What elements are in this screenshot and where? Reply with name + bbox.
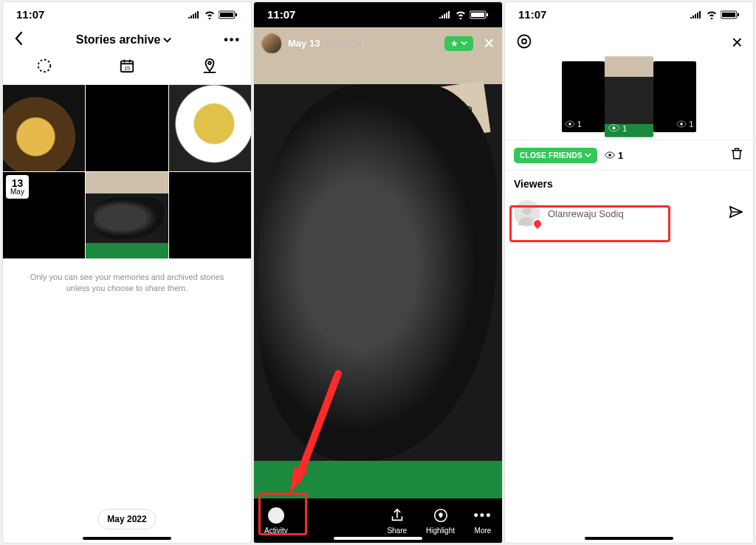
close-button[interactable]: × — [484, 32, 495, 55]
archive-title-dropdown[interactable]: Stories archive — [76, 33, 172, 47]
share-button[interactable]: Share — [387, 507, 407, 535]
status-indicators — [439, 10, 489, 19]
svg-rect-9 — [487, 13, 488, 16]
story-thumb-active[interactable]: 1 — [605, 56, 653, 137]
back-button[interactable] — [13, 31, 24, 49]
story-media[interactable]: SLID — [254, 27, 502, 498]
chevron-down-icon — [163, 36, 171, 44]
home-indicator[interactable] — [334, 537, 422, 540]
send-icon — [728, 204, 744, 220]
svg-point-17 — [612, 126, 615, 129]
status-bar: 11:07 — [505, 2, 753, 24]
eye-icon — [676, 119, 687, 129]
share-icon — [388, 507, 406, 524]
archive-date-chip: 13 May — [6, 175, 29, 199]
svg-point-3 — [38, 60, 51, 72]
archive-tabs: 15 — [3, 53, 251, 85]
highlight-annotation — [509, 205, 670, 242]
archive-thumbnail[interactable] — [169, 85, 251, 171]
archive-thumbnail[interactable] — [86, 172, 168, 258]
status-time: 11:07 — [518, 8, 546, 21]
eye-icon — [565, 119, 575, 129]
more-icon: ••• — [474, 507, 492, 524]
gear-icon — [515, 32, 533, 50]
eye-icon — [608, 122, 620, 134]
screen-story-viewers: 11:07 × 1 1 1 CLOSE FRIENDS — [504, 1, 754, 544]
status-indicators — [690, 10, 740, 19]
star-icon: ★ — [450, 38, 458, 49]
status-time: 11:07 — [16, 8, 44, 21]
send-button[interactable] — [728, 204, 744, 223]
home-indicator[interactable] — [83, 537, 171, 540]
svg-rect-2 — [236, 13, 237, 16]
svg-point-6 — [208, 62, 211, 65]
svg-point-15 — [522, 39, 526, 44]
tab-location-icon[interactable] — [202, 58, 218, 77]
more-options-button[interactable]: ••• — [224, 33, 241, 47]
svg-point-18 — [681, 123, 684, 126]
story-time: 6:46 PM — [326, 38, 361, 49]
story-thumb[interactable]: 1 — [562, 61, 605, 132]
archive-thumbnail[interactable] — [169, 172, 251, 258]
highlight-annotation — [258, 493, 307, 535]
svg-rect-1 — [220, 13, 233, 17]
story-thumbnails: 1 1 1 — [505, 57, 753, 140]
box-label: SLID — [432, 80, 490, 139]
highlight-icon — [432, 507, 450, 524]
delete-button[interactable] — [729, 146, 744, 164]
svg-text:15: 15 — [124, 65, 130, 72]
story-thumb[interactable]: 1 — [653, 61, 696, 132]
archive-header: Stories archive ••• — [3, 24, 251, 53]
eye-icon — [605, 150, 615, 160]
tab-calendar-icon[interactable]: 15 — [119, 58, 135, 77]
more-button[interactable]: ••• More — [474, 507, 492, 535]
svg-rect-8 — [471, 13, 484, 17]
chevron-down-icon — [461, 40, 467, 47]
viewers-header: × — [505, 24, 753, 57]
svg-rect-13 — [738, 13, 739, 16]
archive-grid: 13 May — [3, 85, 251, 258]
story-header: May 13 6:46 PM ★ × — [261, 32, 495, 55]
archive-thumbnail[interactable]: 13 May — [3, 172, 85, 258]
screen-stories-archive: 11:07 Stories archive ••• 15 — [2, 1, 252, 544]
trash-icon — [729, 146, 744, 161]
settings-button[interactable] — [515, 32, 533, 53]
status-time: 11:07 — [267, 8, 295, 21]
story-avatar[interactable] — [261, 33, 282, 54]
view-count: 1 — [605, 150, 623, 161]
svg-point-16 — [568, 123, 571, 126]
close-friends-badge[interactable]: CLOSE FRIENDS — [514, 148, 597, 163]
archive-thumbnail[interactable] — [86, 85, 168, 171]
chevron-down-icon — [585, 152, 591, 159]
home-indicator[interactable] — [585, 537, 673, 540]
screen-story-view: 11:07 SLID May 13 6:46 PM ★ × Activity — [253, 1, 503, 544]
month-pill[interactable]: May 2022 — [97, 509, 156, 529]
close-button[interactable]: × — [732, 31, 743, 54]
status-bar: 11:07 — [3, 2, 251, 24]
story-meta-row: CLOSE FRIENDS 1 — [505, 140, 753, 171]
status-bar: 11:07 — [254, 2, 502, 24]
status-indicators — [188, 10, 238, 19]
close-friends-badge[interactable]: ★ — [444, 36, 473, 51]
svg-rect-12 — [722, 13, 735, 17]
svg-point-14 — [518, 35, 531, 47]
archive-thumbnail[interactable] — [3, 85, 85, 171]
tab-reel-icon[interactable] — [36, 58, 52, 77]
svg-point-19 — [608, 154, 611, 157]
archive-privacy-note: Only you can see your memories and archi… — [3, 258, 251, 308]
highlight-button[interactable]: Highlight — [426, 507, 455, 535]
story-date: May 13 — [288, 38, 320, 49]
viewers-heading: Viewers — [505, 171, 753, 194]
